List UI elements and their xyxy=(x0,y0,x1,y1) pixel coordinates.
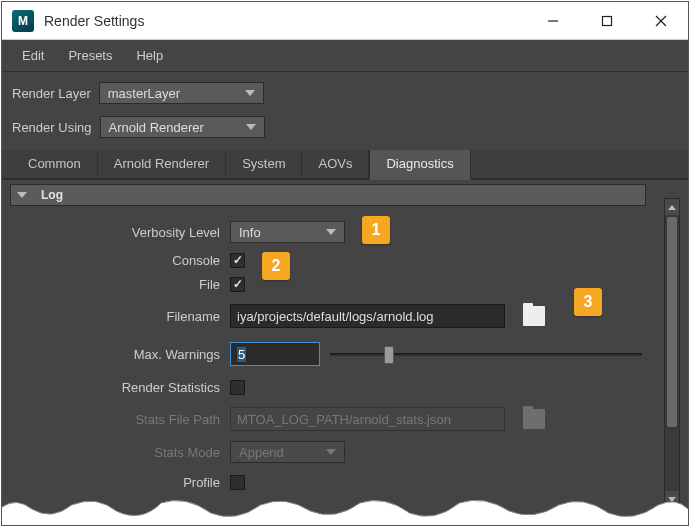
chevron-down-icon xyxy=(245,90,255,96)
log-settings: Verbosity Level Info Console File Filena… xyxy=(10,206,646,496)
stats-file-path-label: Stats File Path xyxy=(10,412,230,427)
folder-icon[interactable] xyxy=(523,306,545,326)
file-checkbox[interactable] xyxy=(230,277,245,292)
tab-aovs[interactable]: AOVs xyxy=(302,150,369,178)
scroll-thumb[interactable] xyxy=(667,217,677,427)
render-using-combo[interactable]: Arnold Renderer xyxy=(100,116,265,138)
minimize-button[interactable] xyxy=(526,2,580,39)
scroll-up-button[interactable] xyxy=(665,199,679,215)
chevron-down-icon xyxy=(326,449,336,455)
scrollbar[interactable] xyxy=(664,198,680,508)
render-using-label: Render Using xyxy=(12,120,92,135)
console-checkbox[interactable] xyxy=(230,253,245,268)
menu-presets[interactable]: Presets xyxy=(56,44,124,67)
chevron-down-icon xyxy=(246,124,256,130)
window-title: Render Settings xyxy=(44,13,526,29)
chevron-up-icon xyxy=(668,205,676,210)
verbosity-row: Verbosity Level Info xyxy=(10,216,646,248)
verbosity-value: Info xyxy=(239,225,261,240)
console-row: Console xyxy=(10,248,646,272)
callout-2: 2 xyxy=(262,252,290,280)
render-layer-combo[interactable]: masterLayer xyxy=(99,82,264,104)
filename-field[interactable]: iya/projects/default/logs/arnold.log xyxy=(230,304,505,328)
stats-mode-combo: Append xyxy=(230,441,345,463)
filename-value: iya/projects/default/logs/arnold.log xyxy=(237,309,434,324)
stats-file-path-row: Stats File Path MTOA_LOG_PATH/arnold_sta… xyxy=(10,402,646,436)
callout-3: 3 xyxy=(574,288,602,316)
scroll-down-button[interactable] xyxy=(665,491,679,507)
profile-label: Profile xyxy=(10,475,230,490)
chevron-down-icon xyxy=(668,497,676,502)
chevron-down-icon xyxy=(17,192,27,198)
stats-file-path-field: MTOA_LOG_PATH/arnold_stats.json xyxy=(230,407,505,431)
section-log-header[interactable]: Log xyxy=(10,184,646,206)
max-warnings-row: Max. Warnings 5 xyxy=(10,336,646,372)
file-row: File xyxy=(10,272,646,296)
max-warnings-label: Max. Warnings xyxy=(10,347,230,362)
tab-system[interactable]: System xyxy=(226,150,302,178)
console-label: Console xyxy=(10,253,230,268)
menu-edit[interactable]: Edit xyxy=(10,44,56,67)
folder-icon xyxy=(523,409,545,429)
verbosity-label: Verbosity Level xyxy=(10,225,230,240)
stats-mode-label: Stats Mode xyxy=(10,445,230,460)
chevron-down-icon xyxy=(326,229,336,235)
callout-1: 1 xyxy=(362,216,390,244)
profile-checkbox[interactable] xyxy=(230,475,245,490)
close-button[interactable] xyxy=(634,2,688,39)
render-layer-label: Render Layer xyxy=(12,86,91,101)
filename-row: Filename iya/projects/default/logs/arnol… xyxy=(10,296,646,336)
torn-edge xyxy=(2,495,688,525)
render-layer-row: Render Layer masterLayer xyxy=(2,78,688,108)
profile-row: Profile xyxy=(10,468,646,496)
render-using-value: Arnold Renderer xyxy=(109,120,204,135)
stats-mode-row: Stats Mode Append xyxy=(10,436,646,468)
render-stats-label: Render Statistics xyxy=(10,380,230,395)
verbosity-combo[interactable]: Info xyxy=(230,221,345,243)
menu-help[interactable]: Help xyxy=(124,44,175,67)
max-warnings-slider[interactable] xyxy=(330,353,642,356)
window-controls xyxy=(526,2,688,39)
max-warnings-value: 5 xyxy=(237,347,246,362)
app-icon xyxy=(12,10,34,32)
svg-rect-1 xyxy=(603,16,612,25)
render-layer-value: masterLayer xyxy=(108,86,180,101)
render-using-row: Render Using Arnold Renderer xyxy=(2,112,688,142)
section-log-title: Log xyxy=(41,188,63,202)
maximize-button[interactable] xyxy=(580,2,634,39)
max-warnings-field[interactable]: 5 xyxy=(230,342,320,366)
menubar: Edit Presets Help xyxy=(2,40,688,72)
render-settings-window: Render Settings Edit Presets Help Render… xyxy=(1,1,689,526)
titlebar: Render Settings xyxy=(2,2,688,40)
stats-mode-value: Append xyxy=(239,445,284,460)
tabstrip: Common Arnold Renderer System AOVs Diagn… xyxy=(2,150,688,180)
content-area: Log Verbosity Level Info Console File Fi… xyxy=(2,180,654,496)
tab-common[interactable]: Common xyxy=(12,150,98,178)
render-stats-row: Render Statistics xyxy=(10,372,646,402)
stats-file-path-value: MTOA_LOG_PATH/arnold_stats.json xyxy=(237,412,451,427)
slider-thumb[interactable] xyxy=(384,346,394,364)
tab-diagnostics[interactable]: Diagnostics xyxy=(369,150,470,180)
file-label: File xyxy=(10,277,230,292)
filename-label: Filename xyxy=(10,309,230,324)
render-stats-checkbox[interactable] xyxy=(230,380,245,395)
tab-arnold-renderer[interactable]: Arnold Renderer xyxy=(98,150,226,178)
